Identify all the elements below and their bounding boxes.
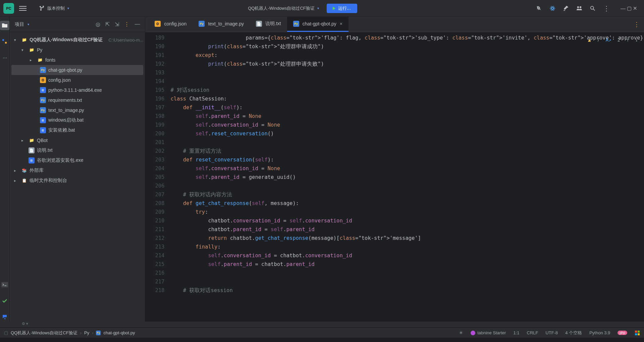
chevron-down-icon: ▾ — [317, 6, 319, 10]
svg-rect-15 — [638, 333, 640, 335]
pycharm-logo-icon: PC — [3, 3, 14, 14]
more-tool-icon[interactable]: ⋯ — [0, 53, 9, 62]
up-arrow-icon[interactable]: ↑ — [626, 36, 629, 44]
tree-scratches[interactable]: ▸📋临时文件和控制台 — [11, 176, 143, 186]
cursor-position[interactable]: 1:1 — [513, 330, 519, 335]
structure-tool-icon[interactable] — [0, 37, 9, 46]
project-name-dropdown[interactable]: QQ机器人-Windows自动过CF验证 — [248, 5, 315, 11]
tree-file-readme[interactable]: 📄说明.txt — [11, 145, 143, 155]
tree-file-config[interactable]: ⚙config.json — [11, 75, 143, 85]
svg-rect-13 — [638, 331, 640, 333]
chevron-down-icon[interactable]: ▾ — [28, 22, 29, 26]
file-encoding[interactable]: UTF-8 — [545, 330, 558, 335]
minimize-icon[interactable]: — — [621, 5, 626, 11]
target-icon[interactable]: ◎ — [96, 21, 100, 27]
project-tool-icon[interactable] — [0, 21, 9, 30]
code-editor[interactable]: ▲7 A↗2 ↑ ↓ 189 190 191 192 193 194 195 1… — [145, 32, 644, 322]
svg-rect-9 — [1, 282, 8, 287]
main-content: ⋯ 项目 ▾ ◎ ⇱ ⇲ ⋮ — ▾📁QQ机器人-Windows自动过CF验证C… — [0, 17, 644, 322]
expand-icon[interactable]: ⇱ — [105, 21, 110, 27]
tree-folder-py[interactable]: ▾📁Py — [11, 45, 143, 55]
options-row: ⚙ ▾ — [0, 322, 644, 328]
code-with-me-icon[interactable] — [549, 5, 555, 11]
svg-rect-12 — [635, 331, 637, 333]
title-bar: PC 版本控制 ▾ QQ机器人-Windows自动过CF验证 ▾ 运行… ⋮ —… — [0, 0, 644, 17]
breadcrumb[interactable]: ▢ QQ机器人-Windows自动过CF验证› Py› Py chat-gpt-… — [4, 330, 135, 336]
settings-small-icon[interactable]: ⚙ ▾ — [17, 322, 28, 327]
tree-folder-fonts[interactable]: ▸📁fonts — [11, 55, 143, 65]
settings-icon[interactable]: ⋮ — [603, 4, 610, 12]
windows-icon[interactable] — [635, 330, 640, 336]
tree-folder-qbot[interactable]: ▸📁QBot — [11, 135, 143, 145]
collapse-icon[interactable]: ⇲ — [115, 21, 119, 27]
tab-readme[interactable]: 📄说明.txt — [250, 17, 287, 32]
indent-setting[interactable]: 4 个空格 — [565, 330, 582, 336]
git-tool-icon[interactable] — [0, 312, 9, 322]
maximize-icon[interactable]: ▢ — [627, 5, 632, 11]
play-icon — [333, 7, 335, 10]
people-icon[interactable] — [576, 5, 582, 11]
svg-point-1 — [550, 7, 555, 9]
tab-config[interactable]: ⚙config.json — [149, 17, 193, 32]
left-tool-rail: ⋯ — [0, 17, 10, 322]
tab-chat-gpt-qbot[interactable]: Pychat-gpt-qbot.py× — [287, 17, 348, 32]
main-menu-button[interactable] — [19, 6, 29, 11]
hide-panel-icon[interactable]: — — [135, 21, 140, 27]
svg-point-11 — [471, 331, 475, 335]
php-badge-icon[interactable]: php — [618, 331, 627, 335]
tree-file-python-exe[interactable]: ⊞python-3.11.1-amd64.exe — [11, 85, 143, 95]
hint-icon: A↗ — [606, 36, 611, 44]
branch-icon — [39, 6, 45, 11]
svg-point-6 — [591, 6, 594, 9]
svg-point-4 — [577, 6, 579, 8]
tab-menu-icon[interactable]: ⋮ — [634, 21, 640, 28]
svg-rect-8 — [5, 42, 7, 44]
commit-tool-icon[interactable] — [0, 296, 9, 305]
search-icon[interactable] — [590, 5, 596, 11]
close-tab-icon[interactable]: × — [340, 21, 342, 26]
editor: ⚙config.json Pytext_to_image.py 📄说明.txt … — [145, 17, 644, 322]
line-gutter: 189 190 191 192 193 194 195 196 197 198 … — [145, 32, 170, 322]
options-icon[interactable]: ⋮ — [124, 21, 129, 27]
tree-root[interactable]: ▾📁QQ机器人-Windows自动过CF验证C:\Users\woo-m... — [11, 35, 143, 45]
tree-file-windows-bat[interactable]: ⊞windows启动.bat — [11, 115, 143, 125]
down-arrow-icon[interactable]: ↓ — [635, 36, 638, 44]
project-panel-title: 项目 — [15, 21, 24, 27]
translate-icon[interactable] — [536, 5, 542, 11]
tree-file-requirements[interactable]: Pyrequirements.txt — [11, 95, 143, 105]
run-button[interactable]: 运行… — [327, 4, 357, 13]
process-indicator-icon[interactable]: ✳ — [459, 330, 463, 335]
editor-tabs: ⚙config.json Pytext_to_image.py 📄说明.txt … — [145, 17, 644, 32]
vcs-dropdown[interactable]: 版本控制 ▾ — [39, 5, 69, 11]
terminal-tool-icon[interactable] — [0, 280, 9, 289]
svg-rect-14 — [635, 333, 637, 335]
code-content[interactable]: params={class="tok-str">'flag': flag, cl… — [170, 32, 644, 322]
line-separator[interactable]: CRLF — [527, 330, 538, 335]
tree-file-chatgpt[interactable]: Pychat-gpt-qbot.py — [11, 65, 143, 75]
window-controls[interactable]: — ▢ ✕ — [621, 5, 637, 11]
status-bar: ▢ QQ机器人-Windows自动过CF验证› Py› Py chat-gpt-… — [0, 328, 644, 338]
tab-text-to-image[interactable]: Pytext_to_image.py — [193, 17, 250, 32]
tree-file-text-to-image[interactable]: Pytext_to_image.py — [11, 105, 143, 115]
svg-rect-7 — [2, 39, 4, 41]
project-panel: 项目 ▾ ◎ ⇱ ⇲ ⋮ — ▾📁QQ机器人-Windows自动过CF验证C:\… — [10, 17, 145, 322]
inspection-widget[interactable]: ▲7 A↗2 ↑ ↓ — [588, 36, 638, 44]
tree-file-install-bat[interactable]: ⊞安装依赖.bat — [11, 125, 143, 135]
warning-icon: ▲ — [588, 36, 591, 44]
python-interpreter[interactable]: Python 3.9 — [589, 330, 610, 335]
tools-icon[interactable] — [563, 5, 569, 11]
tree-file-chrome[interactable]: ⊞谷歌浏览器安装包.exe — [11, 155, 143, 165]
svg-point-5 — [580, 6, 581, 8]
tabnine-widget[interactable]: tabnine Starter — [470, 330, 506, 336]
close-icon[interactable]: ✕ — [633, 5, 637, 11]
tree-external-libs[interactable]: ▸📚外部库 — [11, 165, 143, 176]
file-tree: ▾📁QQ机器人-Windows自动过CF验证C:\Users\woo-m... … — [10, 32, 145, 188]
